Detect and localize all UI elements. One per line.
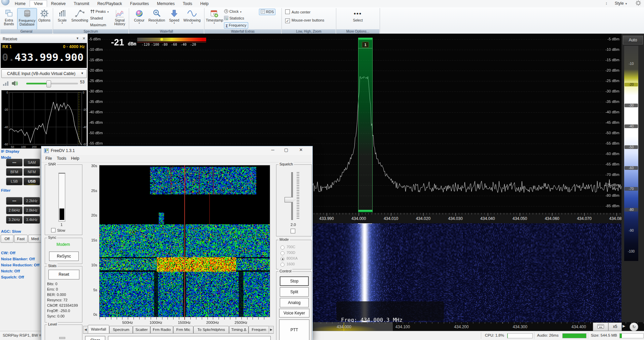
freedv-tab-scatter[interactable]: Scatter — [133, 326, 150, 334]
panel-collapse-icon[interactable]: ▼ — [76, 37, 79, 40]
freedv-tab-spectrum[interactable]: Spectrum — [109, 326, 133, 334]
rds-button[interactable]: RDS — [259, 9, 275, 15]
frequency-button[interactable]: ΣFrequency — [224, 22, 248, 29]
snr-slow-checkbox[interactable]: Slow — [51, 228, 65, 232]
mode-button-dots[interactable]: ••• — [6, 159, 23, 166]
receive-header[interactable]: Receive ▼ ✕ — [0, 35, 87, 43]
dsp-status-line[interactable]: CW: Off — [1, 251, 15, 255]
level-meter-icon[interactable] — [3, 81, 9, 87]
auto-center-checkbox[interactable]: Auto center — [285, 9, 310, 15]
level-slider-mark[interactable] — [59, 337, 65, 339]
zoom-expand-arrow[interactable]: ▶ — [622, 324, 625, 328]
mode-button-usb[interactable]: USB — [24, 178, 40, 185]
rx-band-bottom-handle[interactable] — [358, 210, 372, 212]
ribbon-tab-help[interactable]: Help — [196, 0, 213, 7]
close-button[interactable]: ✕ — [296, 147, 306, 154]
volume-slider-thumb[interactable] — [46, 80, 51, 87]
minimize-button[interactable]: ─ — [267, 147, 278, 154]
speaker-icon[interactable] — [11, 80, 19, 88]
ptt-button[interactable]: PTT — [279, 319, 309, 340]
voice-keyer-button[interactable]: Voice Keyer — [279, 309, 309, 317]
maximum-button[interactable]: Maximum — [90, 22, 106, 28]
mode-button-sam[interactable]: SAM — [24, 159, 40, 166]
maximize-button[interactable]: ▢ — [281, 147, 292, 154]
mode-radio-800xa[interactable] — [280, 257, 285, 261]
squelch-enable-checkbox[interactable] — [291, 229, 297, 234]
resize-icon[interactable]: ↕ — [605, 1, 607, 6]
peaks-button[interactable]: Peaks ▼ — [90, 9, 109, 14]
freedv-title-bar[interactable]: FreeDV 1.3.1 ─ ▢ ✕ — [41, 146, 312, 155]
ribbon-tab-favourites[interactable]: Favourites — [126, 0, 153, 7]
freedv-tab-to-spkr-hdphns[interactable]: To Spkr/Hdphns — [193, 326, 229, 334]
dsp-status-line[interactable]: Noise Blanker: Off — [1, 257, 35, 261]
autoscroll-button[interactable]: ↻ — [630, 323, 638, 331]
signal-history-button[interactable]: Signal History — [112, 8, 127, 29]
extra-bands-button[interactable]: Extra Bands — [1, 8, 16, 29]
freedv-tab-waterfall[interactable]: Waterfall — [88, 325, 109, 334]
clock-button[interactable]: Clock ▼ — [224, 9, 242, 14]
frequency-digits[interactable]: 433.999.900 — [14, 51, 83, 63]
squelch-slider-thumb[interactable] — [285, 197, 295, 202]
reset-button[interactable]: Reset — [48, 270, 79, 279]
freedv-tab-frm-radio[interactable]: Frm Radio — [150, 326, 173, 334]
stop-button[interactable]: Stop — [280, 276, 309, 286]
ribbon-tab-tools[interactable]: Tools — [179, 0, 196, 7]
filter-button[interactable]: 3.4kHz — [24, 216, 40, 224]
rx-band-top-handle[interactable] — [358, 38, 372, 40]
mode-button-nfm[interactable]: NFM — [24, 168, 40, 176]
volume-slider[interactable] — [26, 83, 78, 84]
ribbon-tab-transmit[interactable]: Transmit — [70, 0, 93, 7]
agc-section-label[interactable]: AGC: Slow — [1, 229, 21, 233]
mode-radio-700c[interactable] — [280, 245, 285, 250]
freedv-tab-frequen[interactable]: Frequen — [249, 326, 269, 334]
tab-scroll-left[interactable]: ◀ — [83, 326, 88, 334]
freedv-tab-timing-[interactable]: Timing Δ — [229, 326, 249, 334]
rx-filter-band[interactable]: 1 — [358, 38, 373, 213]
ribbon-tab-memories[interactable]: Memories — [153, 0, 179, 7]
statistics-button[interactable]: 9Statistics — [224, 15, 244, 21]
ribbon-tab-receive[interactable]: Receive — [47, 0, 70, 7]
select-button[interactable]: ••• Select — [348, 8, 368, 29]
tab-scroll-right[interactable]: ▶ — [269, 326, 274, 334]
filter-button[interactable]: 2.2kHz — [24, 197, 40, 205]
mode-button-lsb[interactable]: LSB — [6, 178, 23, 185]
mode-radio-700d[interactable] — [280, 251, 285, 255]
ribbon-tab-rec-playback[interactable]: Rec/Playback — [93, 0, 126, 7]
dsp-status-line[interactable]: Squelch: Off — [1, 275, 24, 279]
filter-button[interactable]: 2.8kHz — [24, 206, 40, 214]
smoothing-button[interactable]: Smoothing — [70, 8, 89, 29]
keyboard-entry-button[interactable] — [593, 323, 608, 331]
analog-button[interactable]: Analog — [280, 298, 309, 307]
filter-section-label[interactable]: Filter — [1, 188, 10, 192]
style-menu[interactable]: Style ▼ — [615, 1, 628, 6]
mode-radio-1600[interactable] — [280, 263, 285, 267]
filter-button[interactable]: ••• — [6, 197, 23, 205]
filter-button[interactable]: 3.2kHz — [6, 216, 23, 224]
frequency-dim-digits[interactable]: 0. — [2, 51, 14, 63]
mode-button-bfm[interactable]: BFM — [6, 168, 23, 176]
agc-button-med[interactable]: Med — [28, 235, 42, 243]
audio-device-select[interactable]: CABLE Input (VB-Audio Virtual Cable) ▼ — [1, 69, 87, 78]
freedv-window[interactable]: FreeDV 1.3.1 ─ ▢ ✕ File Tools Help SNR 1… — [41, 146, 313, 340]
text-output-field[interactable] — [108, 336, 271, 340]
menu-tools[interactable]: Tools — [57, 156, 66, 161]
agc-button-fast[interactable]: Fast — [14, 235, 28, 243]
ribbon-tab-view[interactable]: View — [30, 0, 47, 7]
agc-button-off[interactable]: Off — [1, 235, 13, 243]
colour-button[interactable]: Colour ▼ — [132, 8, 147, 29]
if-display-label[interactable]: IF Display — [1, 149, 19, 153]
timestamp-button[interactable]: 15 Timestamp ▼ — [206, 8, 223, 29]
windowing-button[interactable]: Windowing ▼ — [182, 8, 202, 29]
ribbon-tab-home[interactable]: Home — [11, 0, 30, 7]
speed-button[interactable]: Speed ▼ — [167, 8, 182, 29]
filter-button[interactable]: 2.6kHz — [6, 206, 23, 214]
dsp-status-line[interactable]: Noise Reduction: Off — [1, 263, 39, 267]
gear-icon[interactable] — [636, 0, 641, 7]
scale-button[interactable]: Scale ▼ — [55, 8, 70, 29]
resolution-button[interactable]: Resolution ▼ — [147, 8, 166, 29]
clear-button[interactable]: Clear — [85, 336, 105, 340]
dsp-status-line[interactable]: Notch: Off — [1, 269, 20, 273]
app-logo-icon[interactable] — [1, 0, 9, 5]
menu-file[interactable]: File — [45, 156, 52, 161]
menu-help[interactable]: Help — [71, 156, 79, 161]
